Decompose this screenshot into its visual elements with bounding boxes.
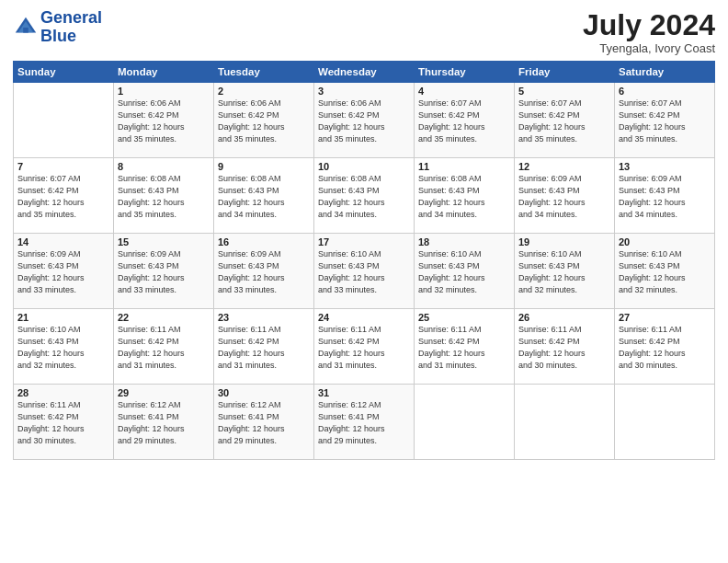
day-number: 19 (518, 236, 610, 247)
day-number: 15 (118, 236, 210, 247)
week-row-3: 14Sunrise: 6:09 AMSunset: 6:43 PMDayligh… (14, 234, 715, 309)
day-cell: 2Sunrise: 6:06 AMSunset: 6:42 PMDaylight… (214, 83, 314, 158)
day-info: Sunrise: 6:12 AMSunset: 6:41 PMDaylight:… (118, 399, 210, 447)
day-cell: 7Sunrise: 6:07 AMSunset: 6:42 PMDaylight… (14, 158, 114, 234)
day-info: Sunrise: 6:12 AMSunset: 6:41 PMDaylight:… (218, 399, 310, 447)
day-cell: 24Sunrise: 6:11 AMSunset: 6:42 PMDayligh… (314, 309, 415, 385)
day-info: Sunrise: 6:07 AMSunset: 6:42 PMDaylight:… (518, 98, 610, 145)
day-info: Sunrise: 6:08 AMSunset: 6:43 PMDaylight:… (118, 173, 210, 221)
day-cell (415, 385, 515, 460)
week-row-5: 28Sunrise: 6:11 AMSunset: 6:42 PMDayligh… (14, 385, 715, 460)
day-number: 3 (318, 86, 410, 97)
day-number: 23 (218, 312, 310, 323)
weekday-header-wednesday: Wednesday (314, 62, 415, 83)
weekday-header-friday: Friday (515, 62, 615, 83)
day-info: Sunrise: 6:10 AMSunset: 6:43 PMDaylight:… (619, 248, 711, 296)
day-number: 28 (17, 387, 109, 398)
weekday-header-monday: Monday (114, 62, 214, 83)
day-cell: 15Sunrise: 6:09 AMSunset: 6:43 PMDayligh… (114, 234, 214, 309)
day-cell: 30Sunrise: 6:12 AMSunset: 6:41 PMDayligh… (214, 385, 314, 460)
day-cell: 23Sunrise: 6:11 AMSunset: 6:42 PMDayligh… (214, 309, 314, 385)
day-number: 26 (518, 312, 610, 323)
day-cell: 27Sunrise: 6:11 AMSunset: 6:42 PMDayligh… (615, 309, 715, 385)
day-info: Sunrise: 6:09 AMSunset: 6:43 PMDaylight:… (118, 248, 210, 296)
day-info: Sunrise: 6:07 AMSunset: 6:42 PMDaylight:… (17, 173, 109, 221)
week-row-1: 1Sunrise: 6:06 AMSunset: 6:42 PMDaylight… (14, 83, 715, 158)
day-number: 18 (418, 236, 510, 247)
svg-rect-2 (23, 28, 28, 33)
day-cell: 3Sunrise: 6:06 AMSunset: 6:42 PMDaylight… (314, 83, 415, 158)
day-info: Sunrise: 6:09 AMSunset: 6:43 PMDaylight:… (619, 173, 711, 221)
day-cell: 19Sunrise: 6:10 AMSunset: 6:43 PMDayligh… (515, 234, 615, 309)
page: General Blue July 2024 Tyengala, Ivory C… (0, 0, 728, 563)
day-cell: 9Sunrise: 6:08 AMSunset: 6:43 PMDaylight… (214, 158, 314, 234)
week-row-2: 7Sunrise: 6:07 AMSunset: 6:42 PMDaylight… (14, 158, 715, 234)
day-info: Sunrise: 6:11 AMSunset: 6:42 PMDaylight:… (619, 324, 711, 372)
location: Tyengala, Ivory Coast (583, 41, 715, 55)
day-number: 1 (118, 86, 210, 97)
day-cell: 12Sunrise: 6:09 AMSunset: 6:43 PMDayligh… (515, 158, 615, 234)
day-number: 20 (619, 236, 711, 247)
day-cell (615, 385, 715, 460)
day-number: 6 (619, 86, 711, 97)
day-info: Sunrise: 6:10 AMSunset: 6:43 PMDaylight:… (17, 324, 109, 372)
day-number: 13 (619, 161, 711, 172)
title-block: July 2024 Tyengala, Ivory Coast (583, 9, 715, 55)
day-cell: 1Sunrise: 6:06 AMSunset: 6:42 PMDaylight… (114, 83, 214, 158)
day-number: 10 (318, 161, 410, 172)
day-info: Sunrise: 6:10 AMSunset: 6:43 PMDaylight:… (518, 248, 610, 296)
day-info: Sunrise: 6:08 AMSunset: 6:43 PMDaylight:… (418, 173, 510, 221)
day-cell (515, 385, 615, 460)
day-number: 2 (218, 86, 310, 97)
day-cell: 25Sunrise: 6:11 AMSunset: 6:42 PMDayligh… (415, 309, 515, 385)
day-cell: 4Sunrise: 6:07 AMSunset: 6:42 PMDaylight… (415, 83, 515, 158)
day-info: Sunrise: 6:07 AMSunset: 6:42 PMDaylight:… (418, 98, 510, 145)
day-cell: 21Sunrise: 6:10 AMSunset: 6:43 PMDayligh… (14, 309, 114, 385)
day-info: Sunrise: 6:10 AMSunset: 6:43 PMDaylight:… (318, 248, 410, 296)
day-number: 5 (518, 86, 610, 97)
header: General Blue July 2024 Tyengala, Ivory C… (13, 9, 715, 55)
day-cell: 13Sunrise: 6:09 AMSunset: 6:43 PMDayligh… (615, 158, 715, 234)
day-cell: 29Sunrise: 6:12 AMSunset: 6:41 PMDayligh… (114, 385, 214, 460)
day-info: Sunrise: 6:06 AMSunset: 6:42 PMDaylight:… (118, 98, 210, 145)
day-number: 17 (318, 236, 410, 247)
day-info: Sunrise: 6:06 AMSunset: 6:42 PMDaylight:… (218, 98, 310, 145)
day-cell (14, 83, 114, 158)
logo-icon (13, 15, 39, 40)
day-number: 4 (418, 86, 510, 97)
day-cell: 11Sunrise: 6:08 AMSunset: 6:43 PMDayligh… (415, 158, 515, 234)
day-cell: 10Sunrise: 6:08 AMSunset: 6:43 PMDayligh… (314, 158, 415, 234)
day-cell: 28Sunrise: 6:11 AMSunset: 6:42 PMDayligh… (14, 385, 114, 460)
day-info: Sunrise: 6:07 AMSunset: 6:42 PMDaylight:… (619, 98, 711, 145)
day-cell: 16Sunrise: 6:09 AMSunset: 6:43 PMDayligh… (214, 234, 314, 309)
day-info: Sunrise: 6:08 AMSunset: 6:43 PMDaylight:… (318, 173, 410, 221)
day-cell: 14Sunrise: 6:09 AMSunset: 6:43 PMDayligh… (14, 234, 114, 309)
day-cell: 18Sunrise: 6:10 AMSunset: 6:43 PMDayligh… (415, 234, 515, 309)
day-number: 29 (118, 387, 210, 398)
day-number: 30 (218, 387, 310, 398)
day-cell: 17Sunrise: 6:10 AMSunset: 6:43 PMDayligh… (314, 234, 415, 309)
day-info: Sunrise: 6:08 AMSunset: 6:43 PMDaylight:… (218, 173, 310, 221)
day-info: Sunrise: 6:11 AMSunset: 6:42 PMDaylight:… (218, 324, 310, 372)
weekday-header-thursday: Thursday (415, 62, 515, 83)
calendar: SundayMondayTuesdayWednesdayThursdayFrid… (13, 61, 715, 460)
week-row-4: 21Sunrise: 6:10 AMSunset: 6:43 PMDayligh… (14, 309, 715, 385)
day-number: 9 (218, 161, 310, 172)
day-info: Sunrise: 6:12 AMSunset: 6:41 PMDaylight:… (318, 399, 410, 447)
day-number: 31 (318, 387, 410, 398)
day-cell: 5Sunrise: 6:07 AMSunset: 6:42 PMDaylight… (515, 83, 615, 158)
logo-line1: General (40, 9, 102, 28)
day-cell: 8Sunrise: 6:08 AMSunset: 6:43 PMDaylight… (114, 158, 214, 234)
day-cell: 6Sunrise: 6:07 AMSunset: 6:42 PMDaylight… (615, 83, 715, 158)
month-title: July 2024 (583, 9, 715, 41)
day-number: 16 (218, 236, 310, 247)
day-number: 21 (17, 312, 109, 323)
day-cell: 22Sunrise: 6:11 AMSunset: 6:42 PMDayligh… (114, 309, 214, 385)
day-number: 7 (17, 161, 109, 172)
day-info: Sunrise: 6:11 AMSunset: 6:42 PMDaylight:… (17, 399, 109, 447)
logo: General Blue (13, 9, 102, 46)
day-number: 11 (418, 161, 510, 172)
weekday-header-saturday: Saturday (615, 62, 715, 83)
weekday-header-tuesday: Tuesday (214, 62, 314, 83)
weekday-header-sunday: Sunday (14, 62, 114, 83)
